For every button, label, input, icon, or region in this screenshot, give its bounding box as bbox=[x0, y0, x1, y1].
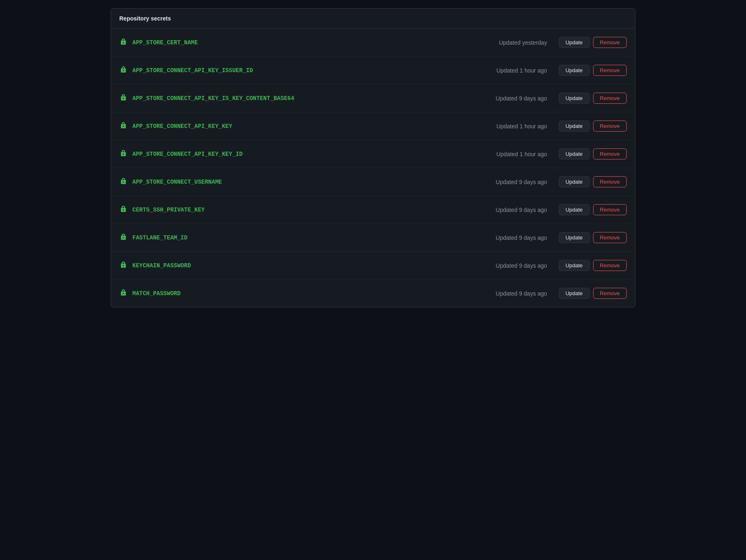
update-button[interactable]: Update bbox=[559, 37, 590, 48]
lock-icon bbox=[119, 94, 127, 102]
lock-icon bbox=[119, 289, 127, 298]
table-row: APP_STORE_CONNECT_API_KEY_ISSUER_ID Upda… bbox=[111, 57, 635, 84]
table-row: APP_STORE_CONNECT_USERNAME Updated 9 day… bbox=[111, 168, 635, 196]
secrets-list: APP_STORE_CERT_NAME Updated yesterday Up… bbox=[111, 29, 635, 307]
lock-svg-icon bbox=[120, 94, 127, 101]
lock-icon bbox=[119, 262, 127, 270]
update-button[interactable]: Update bbox=[559, 232, 590, 243]
lock-svg-icon bbox=[120, 289, 127, 296]
lock-svg-icon bbox=[120, 262, 127, 268]
lock-svg-icon bbox=[120, 66, 127, 73]
repository-secrets-container: Repository secrets APP_STORE_CERT_NAME U… bbox=[111, 8, 635, 307]
update-button[interactable]: Update bbox=[559, 121, 590, 132]
secret-name: APP_STORE_CONNECT_API_KEY_ISSUER_ID bbox=[132, 67, 460, 74]
lock-icon bbox=[119, 122, 127, 130]
lock-icon bbox=[119, 66, 127, 75]
secret-actions: Update Remove bbox=[559, 204, 627, 215]
table-row: CERTS_SSH_PRIVATE_KEY Updated 9 days ago… bbox=[111, 196, 635, 224]
secret-actions: Update Remove bbox=[559, 232, 627, 243]
secret-name: CERTS_SSH_PRIVATE_KEY bbox=[132, 207, 460, 213]
remove-button[interactable]: Remove bbox=[593, 260, 627, 271]
table-row: MATCH_PASSWORD Updated 9 days ago Update… bbox=[111, 280, 635, 307]
remove-button[interactable]: Remove bbox=[593, 93, 627, 104]
secret-actions: Update Remove bbox=[559, 288, 627, 299]
remove-button[interactable]: Remove bbox=[593, 232, 627, 243]
updated-timestamp: Updated 1 hour ago bbox=[465, 67, 547, 74]
secret-name: KEYCHAIN_PASSWORD bbox=[132, 262, 460, 269]
update-button[interactable]: Update bbox=[559, 204, 590, 215]
lock-svg-icon bbox=[120, 39, 127, 45]
table-row: APP_STORE_CONNECT_API_KEY_IS_KEY_CONTENT… bbox=[111, 84, 635, 112]
table-row: APP_STORE_CERT_NAME Updated yesterday Up… bbox=[111, 29, 635, 57]
update-button[interactable]: Update bbox=[559, 176, 590, 187]
lock-icon bbox=[119, 150, 127, 158]
updated-timestamp: Updated 1 hour ago bbox=[465, 151, 547, 157]
lock-icon bbox=[119, 178, 127, 186]
update-button[interactable]: Update bbox=[559, 288, 590, 299]
secret-actions: Update Remove bbox=[559, 37, 627, 48]
section-header: Repository secrets bbox=[111, 9, 635, 29]
lock-svg-icon bbox=[120, 206, 127, 212]
updated-timestamp: Updated 9 days ago bbox=[465, 95, 547, 102]
remove-button[interactable]: Remove bbox=[593, 204, 627, 215]
secret-name: MATCH_PASSWORD bbox=[132, 290, 460, 297]
secret-name: APP_STORE_CONNECT_USERNAME bbox=[132, 179, 460, 185]
table-row: FASTLANE_TEAM_ID Updated 9 days ago Upda… bbox=[111, 224, 635, 252]
remove-button[interactable]: Remove bbox=[593, 176, 627, 187]
update-button[interactable]: Update bbox=[559, 65, 590, 76]
updated-timestamp: Updated 9 days ago bbox=[465, 262, 547, 269]
update-button[interactable]: Update bbox=[559, 93, 590, 104]
secret-actions: Update Remove bbox=[559, 176, 627, 187]
updated-timestamp: Updated 9 days ago bbox=[465, 179, 547, 185]
remove-button[interactable]: Remove bbox=[593, 148, 627, 159]
table-row: APP_STORE_CONNECT_API_KEY_KEY_ID Updated… bbox=[111, 140, 635, 168]
lock-svg-icon bbox=[120, 150, 127, 157]
lock-svg-icon bbox=[120, 122, 127, 129]
secret-name: APP_STORE_CONNECT_API_KEY_IS_KEY_CONTENT… bbox=[132, 95, 460, 102]
remove-button[interactable]: Remove bbox=[593, 37, 627, 48]
updated-timestamp: Updated 1 hour ago bbox=[465, 123, 547, 130]
secret-actions: Update Remove bbox=[559, 65, 627, 76]
updated-timestamp: Updated 9 days ago bbox=[465, 234, 547, 241]
remove-button[interactable]: Remove bbox=[593, 121, 627, 132]
remove-button[interactable]: Remove bbox=[593, 288, 627, 299]
lock-svg-icon bbox=[120, 178, 127, 184]
secret-actions: Update Remove bbox=[559, 260, 627, 271]
lock-icon bbox=[119, 39, 127, 47]
table-row: KEYCHAIN_PASSWORD Updated 9 days ago Upd… bbox=[111, 252, 635, 280]
lock-icon bbox=[119, 234, 127, 242]
lock-svg-icon bbox=[120, 234, 127, 240]
updated-timestamp: Updated 9 days ago bbox=[465, 207, 547, 213]
update-button[interactable]: Update bbox=[559, 148, 590, 159]
lock-icon bbox=[119, 206, 127, 214]
updated-timestamp: Updated yesterday bbox=[465, 39, 547, 46]
table-row: APP_STORE_CONNECT_API_KEY_KEY Updated 1 … bbox=[111, 112, 635, 140]
secret-actions: Update Remove bbox=[559, 93, 627, 104]
secret-actions: Update Remove bbox=[559, 148, 627, 159]
secret-name: APP_STORE_CONNECT_API_KEY_KEY_ID bbox=[132, 151, 460, 157]
updated-timestamp: Updated 9 days ago bbox=[465, 290, 547, 297]
remove-button[interactable]: Remove bbox=[593, 65, 627, 76]
secret-name: FASTLANE_TEAM_ID bbox=[132, 234, 460, 241]
secret-name: APP_STORE_CONNECT_API_KEY_KEY bbox=[132, 123, 460, 130]
secret-name: APP_STORE_CERT_NAME bbox=[132, 39, 460, 46]
section-title: Repository secrets bbox=[119, 15, 171, 22]
update-button[interactable]: Update bbox=[559, 260, 590, 271]
secret-actions: Update Remove bbox=[559, 121, 627, 132]
